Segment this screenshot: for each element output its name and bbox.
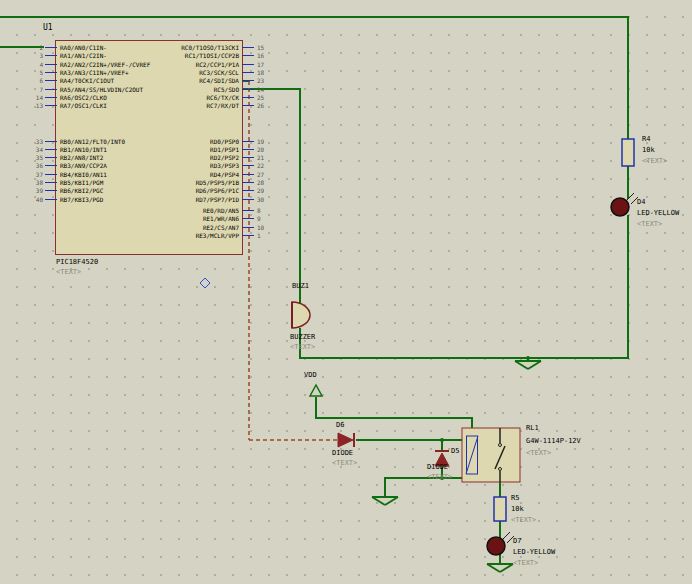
pin-stub xyxy=(242,80,254,81)
pin-stub xyxy=(242,89,254,90)
pin-stub xyxy=(242,199,254,200)
ground-symbol[interactable] xyxy=(515,358,541,369)
rl1-text-prop: <TEXT> xyxy=(526,449,551,458)
pin-number: 40 xyxy=(28,195,45,204)
rl1-value: G4W-1114P-12V xyxy=(526,437,581,446)
pin-stub xyxy=(242,141,254,142)
pin-stub xyxy=(45,89,57,90)
pin-stub xyxy=(242,227,254,228)
r4-text-prop: <TEXT> xyxy=(642,157,667,166)
pin-label: RD7/PSP7/P1D xyxy=(60,195,242,204)
pin-number: 26 xyxy=(254,101,272,110)
pin-stub xyxy=(45,190,57,191)
pin-number: 30 xyxy=(254,195,272,204)
d4-text-prop: <TEXT> xyxy=(637,220,662,229)
d5-text-prop: <TEXT> xyxy=(427,473,452,482)
pin-label: RC7/RX/DT xyxy=(60,101,242,110)
pin-stub xyxy=(242,182,254,183)
pin-stub xyxy=(45,55,57,56)
d5-ref: D5 xyxy=(451,447,459,456)
schematic-canvas[interactable]: 2RA0/AN0/C1IN-3RA1/AN1/C2IN-4RA2/AN2/C2I… xyxy=(0,0,692,584)
d7-ref: D7 xyxy=(513,537,521,546)
r5-text-prop: <TEXT> xyxy=(511,516,536,525)
pin-stub xyxy=(45,47,57,48)
pin-stub xyxy=(242,235,254,236)
pin-stub xyxy=(45,182,57,183)
vdd-label: VDD xyxy=(304,371,317,380)
relay-rl1[interactable] xyxy=(462,428,520,482)
pin-stub xyxy=(242,55,254,56)
pin-label: RE3/MCLR/VPP xyxy=(60,231,242,240)
pin-stub xyxy=(242,210,254,211)
pin-stub xyxy=(45,141,57,142)
pin-stub xyxy=(45,165,57,166)
d7-text-prop: <TEXT> xyxy=(513,559,538,568)
ground-symbol[interactable] xyxy=(487,564,513,572)
diode-d6[interactable] xyxy=(338,433,354,447)
d6-ref: D6 xyxy=(336,421,344,430)
u1-text-prop: <TEXT> xyxy=(56,268,81,277)
pin-stub xyxy=(45,149,57,150)
resistor-r5[interactable] xyxy=(494,497,506,521)
pin-stub xyxy=(45,80,57,81)
pin-number: 13 xyxy=(28,101,45,110)
pin-stub xyxy=(45,105,57,106)
r4-value: 10k xyxy=(642,146,655,155)
r4-ref: R4 xyxy=(642,135,650,144)
buz1-text-prop: <TEXT> xyxy=(290,343,315,352)
pin-stub xyxy=(45,72,57,73)
pin-stub xyxy=(242,149,254,150)
resistor-r4[interactable] xyxy=(622,139,634,166)
u1-value: PIC18F4520 xyxy=(56,258,98,267)
d4-value: LED-YELLOW xyxy=(637,209,679,218)
pin-stub xyxy=(242,157,254,158)
pin-stub xyxy=(45,97,57,98)
pin-stub xyxy=(242,47,254,48)
pin-stub xyxy=(242,97,254,98)
buz1-value: BUZZER xyxy=(290,333,315,342)
pin-stub xyxy=(242,105,254,106)
buzzer-buz1[interactable] xyxy=(292,302,310,328)
pin-stub xyxy=(242,218,254,219)
d5-value: DIODE xyxy=(427,463,448,472)
pin-stub xyxy=(45,199,57,200)
pin-stub xyxy=(242,174,254,175)
d6-value: DIODE xyxy=(332,449,353,458)
origin-marker-icon xyxy=(200,278,210,288)
u1-ref: U1 xyxy=(43,23,53,32)
pin-stub xyxy=(45,64,57,65)
pin-1[interactable]: RE3/MCLR/VPP1 xyxy=(60,231,272,240)
r5-value: 10k xyxy=(511,505,524,514)
d7-value: LED-YELLOW xyxy=(513,548,555,557)
dashed-wire[interactable] xyxy=(249,81,338,440)
pin-number: 1 xyxy=(254,231,272,240)
d4-ref: D4 xyxy=(637,198,645,207)
vdd-power-symbol[interactable] xyxy=(310,385,322,396)
pin-stub xyxy=(45,174,57,175)
pin-stub xyxy=(45,157,57,158)
r5-ref: R5 xyxy=(511,494,519,503)
pin-stub xyxy=(242,190,254,191)
pin-26[interactable]: RC7/RX/DT26 xyxy=(60,101,272,110)
buz1-ref: BUZ1 xyxy=(292,282,309,291)
rl1-ref: RL1 xyxy=(526,424,539,433)
pin-stub xyxy=(242,72,254,73)
pin-stub xyxy=(242,64,254,65)
pin-30[interactable]: RD7/PSP7/P1D30 xyxy=(60,195,272,204)
d6-text-prop: <TEXT> xyxy=(332,459,357,468)
ground-symbol[interactable] xyxy=(372,497,398,505)
pin-stub xyxy=(242,165,254,166)
led-d4[interactable] xyxy=(611,193,638,216)
